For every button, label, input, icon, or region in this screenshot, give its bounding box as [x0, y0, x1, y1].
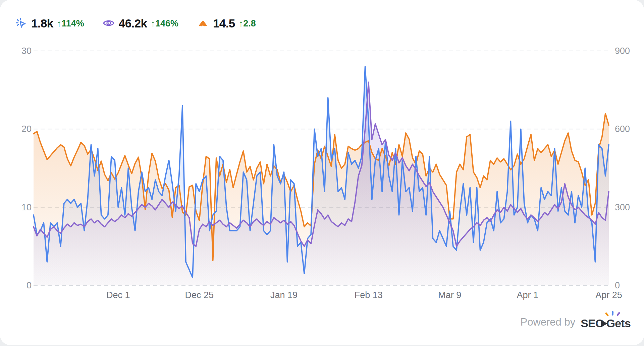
y-axis-right-tick: 300	[615, 202, 643, 213]
chart-canvas[interactable]	[34, 51, 609, 285]
x-axis-tick: Feb 13	[345, 290, 392, 300]
y-axis-right-tick: 0	[615, 280, 643, 291]
brand-gets: Gets	[606, 318, 631, 329]
position-chevron-icon	[197, 17, 209, 29]
y-axis-left-tick: 0	[6, 280, 32, 291]
position-value: 14.5	[213, 17, 235, 29]
sparkle-orange-icon	[605, 312, 609, 317]
x-axis-tick: Dec 1	[95, 290, 142, 300]
brand-seo: SEO	[581, 318, 604, 329]
sparkle-purple-icon	[616, 312, 621, 316]
click-cursor-icon	[15, 17, 28, 29]
sparkle-blue-icon	[612, 311, 614, 316]
powered-by-label: Powered by	[520, 316, 575, 328]
legend-item-clicks[interactable]: 1.8k ↑114%	[15, 17, 84, 29]
metrics-legend: 1.8k ↑114% 46.2k ↑146%	[15, 17, 256, 29]
impressions-delta: ↑146%	[151, 18, 178, 28]
analytics-card: 1.8k ↑114% 46.2k ↑146%	[0, 0, 644, 345]
legend-item-impressions[interactable]: 46.2k ↑146%	[102, 17, 178, 29]
sparkles-icon	[605, 311, 621, 317]
play-cursor-icon	[601, 320, 607, 327]
x-axis-tick: Dec 25	[176, 290, 223, 300]
impressions-value: 46.2k	[119, 17, 147, 29]
eye-icon	[102, 17, 115, 29]
powered-by[interactable]: Powered by SEO Gets	[520, 316, 631, 329]
y-axis-right-tick: 600	[615, 124, 643, 134]
y-axis-right-tick: 900	[615, 46, 643, 56]
legend-item-position[interactable]: 14.5 ↑2.8	[197, 17, 256, 29]
x-axis-tick: Apr 1	[504, 290, 551, 300]
x-axis-tick: Jan 19	[261, 290, 308, 300]
y-axis-left-tick: 20	[6, 124, 32, 134]
seogets-logo: SEO Gets	[581, 316, 631, 329]
y-axis-left-tick: 30	[6, 46, 32, 56]
clicks-delta: ↑114%	[57, 18, 84, 28]
x-axis-tick: Apr 25	[585, 290, 632, 300]
x-axis-tick: Mar 9	[426, 290, 473, 300]
y-axis-left-tick: 10	[6, 202, 32, 213]
position-delta: ↑2.8	[239, 18, 256, 28]
clicks-value: 1.8k	[31, 17, 53, 29]
